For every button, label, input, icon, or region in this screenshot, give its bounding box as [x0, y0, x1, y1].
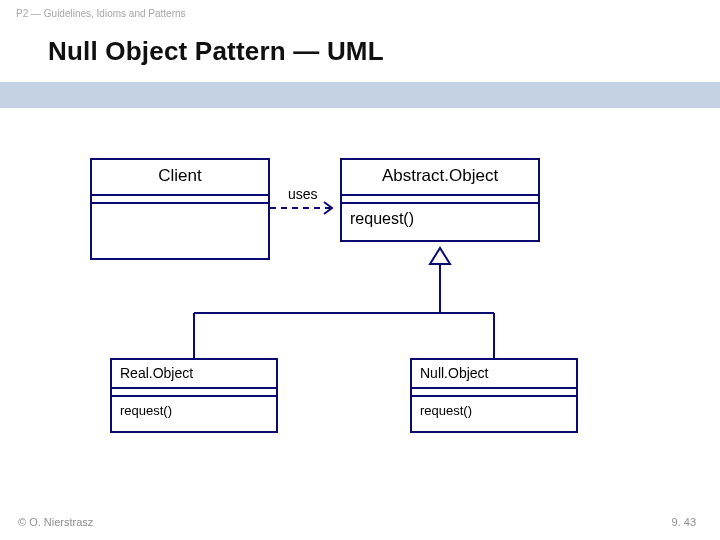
- uml-class-name: Client: [92, 160, 268, 196]
- uml-attr-section: [92, 196, 268, 204]
- uses-arrow-head: [324, 202, 332, 214]
- uml-class-null-object: Null.Object request(): [410, 358, 578, 433]
- uml-class-real-object: Real.Object request(): [110, 358, 278, 433]
- uses-label: uses: [288, 186, 318, 202]
- uml-class-name: Real.Object: [112, 360, 276, 389]
- page-title: Null Object Pattern — UML: [48, 36, 384, 67]
- uml-attr-section: [112, 389, 276, 397]
- uml-class-abstract-object: Abstract.Object request(): [340, 158, 540, 242]
- title-banner: [0, 82, 720, 108]
- generalization-triangle: [430, 248, 450, 264]
- uml-attr-section: [412, 389, 576, 397]
- uml-class-client: Client: [90, 158, 270, 260]
- breadcrumb: P2 — Guidelines, Idioms and Patterns: [16, 8, 186, 19]
- footer-page-number: 9. 43: [672, 516, 696, 528]
- uml-ops-section: request(): [112, 397, 276, 431]
- uml-ops-section: request(): [342, 204, 538, 240]
- uml-attr-section: [342, 196, 538, 204]
- uml-ops-section: request(): [412, 397, 576, 431]
- footer-copyright: © O. Nierstrasz: [18, 516, 93, 528]
- uml-class-name: Null.Object: [412, 360, 576, 389]
- uml-ops-section: [92, 204, 268, 258]
- uml-class-name: Abstract.Object: [342, 160, 538, 196]
- uml-diagram: Client Abstract.Object request() Real.Ob…: [0, 108, 720, 508]
